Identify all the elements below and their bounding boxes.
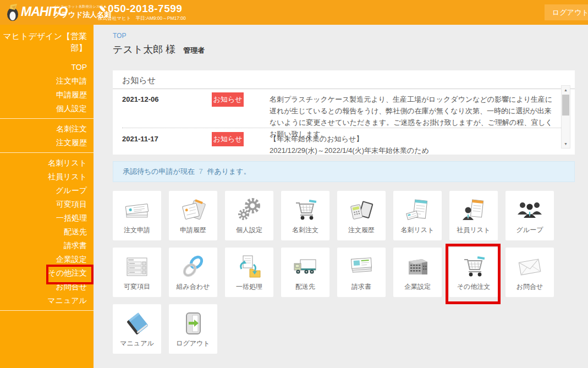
logout-button[interactable]: ログアウト: [545, 4, 588, 20]
divider: [113, 89, 575, 89]
sidebar-item-order-request[interactable]: 注文申請: [0, 75, 87, 86]
sidebar-item-request-history[interactable]: 申請履歴: [0, 89, 87, 100]
calculator-book-icon: [347, 196, 376, 224]
sidebar-divider: [0, 118, 94, 119]
user-name: テスト太郎 様: [113, 44, 175, 55]
manual-book-icon: [123, 309, 151, 338]
invoice-stack-icon: [347, 252, 376, 281]
tile-label: 申請履歴: [180, 226, 206, 235]
scroll-up-icon[interactable]: ▲: [562, 86, 570, 94]
sidebar-item-shipping-address[interactable]: 配送先: [0, 226, 87, 237]
sidebar-divider: [0, 152, 94, 153]
sidebar-item-invoice[interactable]: 請求書: [0, 240, 87, 251]
sidebar-nav: マヒトデザイン【営業部】 TOP 注文申請 申請履歴 個人設定 名刺注文 注文履…: [0, 25, 94, 368]
sidebar-item-order-history[interactable]: 注文履歴: [0, 137, 87, 148]
tile-label: 個人設定: [236, 226, 262, 235]
scrollbar-thumb[interactable]: [562, 95, 569, 116]
tile-label: 企業設定: [404, 282, 431, 292]
notice-badge: お知らせ: [212, 132, 244, 146]
notice-text-line: 2021/12/29(水)～2022/1/4(火)年末年始休業のため: [270, 145, 558, 156]
notice-date: 2021-11-17: [122, 135, 158, 143]
tile-label: 配送先: [295, 282, 315, 292]
tile-company-settings[interactable]: 企業設定: [393, 248, 442, 297]
tile-label: 社員リスト: [457, 226, 491, 235]
tile-label: 一括処理: [236, 282, 262, 292]
tile-highlight-annotation: [446, 244, 501, 304]
sidebar-account-title: マヒトデザイン【営業部】: [0, 30, 87, 53]
envelope-icon: [515, 252, 544, 281]
tile-label: 名刺注文: [292, 226, 318, 235]
sidebar-item-batch-process[interactable]: 一括処理: [0, 212, 87, 223]
tile-variable-fields[interactable]: 可変項目: [113, 248, 161, 297]
tile-label: 組み合わせ: [177, 282, 210, 292]
header-bar: MAHITO インターネット名刺発注システム クラウド法人名刺 050-2018…: [0, 0, 588, 25]
tile-label: グループ: [516, 226, 543, 235]
pending-approvals-prefix: 承認待ちの申請が現在: [123, 167, 195, 175]
tile-label: マニュアル: [120, 339, 153, 348]
batch-sync-icon: [235, 252, 263, 281]
phone-hours: 株式会社マヒト 平日:AM9:00～PM17:00: [98, 15, 186, 22]
namecard-list-icon: [403, 196, 432, 224]
notice-panel-title: お知らせ: [122, 75, 156, 86]
phone-icon: [98, 5, 106, 13]
tile-group[interactable]: グループ: [505, 191, 554, 240]
tile-label: 請求書: [351, 282, 371, 292]
notice-scrollbar[interactable]: ▲ ▼: [561, 85, 570, 149]
tile-manual[interactable]: マニュアル: [113, 304, 161, 354]
sidebar-highlight-annotation: [46, 265, 94, 284]
tile-label: 名刺リスト: [401, 226, 435, 235]
phone-number: 050-2018-7599: [98, 3, 186, 15]
form-fields-icon: [123, 252, 151, 281]
sidebar-item-variable-fields[interactable]: 可変項目: [0, 199, 87, 210]
notice-date: 2021-12-06: [122, 95, 159, 103]
tile-combination[interactable]: 組み合わせ: [169, 248, 217, 297]
sidebar-item-manual[interactable]: マニュアル: [0, 295, 87, 306]
pending-approvals-count: 7: [199, 167, 203, 175]
tile-label: ログアウト: [176, 339, 210, 348]
employee-list-icon: [459, 196, 488, 224]
tile-contact[interactable]: お問合せ: [505, 248, 554, 297]
chain-links-icon: [179, 252, 207, 281]
notice-text: 【年末年始休業のお知らせ】 2021/12/29(水)～2022/1/4(火)年…: [270, 133, 558, 156]
tile-order-history[interactable]: 注文履歴: [337, 191, 386, 240]
sidebar-item-card-order[interactable]: 名刺注文: [0, 123, 87, 134]
pending-approvals-banner: 承認待ちの申請が現在 7 件あります。: [113, 161, 575, 182]
card-history-icon: [179, 196, 207, 224]
sidebar-item-personal-settings[interactable]: 個人設定: [0, 103, 87, 114]
notice-panel: お知らせ 2021-12-06 お知らせ 名刺プラスチックケース製造元より、生産…: [113, 70, 575, 155]
user-line: テスト太郎 様管理者: [113, 43, 205, 56]
mahito-logo-icon: [5, 3, 21, 21]
sidebar-item-top[interactable]: TOP: [0, 62, 87, 73]
sidebar-item-company-settings[interactable]: 企業設定: [0, 254, 87, 265]
breadcrumb[interactable]: TOP: [113, 32, 126, 40]
sidebar-item-group[interactable]: グループ: [0, 185, 87, 196]
pending-approvals-suffix: 件あります。: [207, 167, 250, 175]
tile-batch-process[interactable]: 一括処理: [225, 248, 273, 297]
scroll-down-icon[interactable]: ▼: [562, 140, 570, 148]
app-window: MAHITO インターネット名刺発注システム クラウド法人名刺 050-2018…: [0, 0, 588, 368]
tile-order-request[interactable]: 注文申請: [113, 191, 161, 240]
tile-label: お問合せ: [516, 282, 543, 292]
header-phone: 050-2018-7599 株式会社マヒト 平日:AM9:00～PM17:00: [98, 3, 186, 22]
tile-personal-settings[interactable]: 個人設定: [225, 191, 273, 240]
tile-invoice[interactable]: 請求書: [337, 248, 386, 297]
tile-shipping-address[interactable]: 配送先: [281, 248, 329, 297]
group-icon: [515, 196, 544, 224]
building-icon: [403, 252, 432, 281]
tile-employee-list[interactable]: 社員リスト: [449, 191, 498, 240]
sidebar-item-employee-list[interactable]: 社員リスト: [0, 171, 87, 182]
tile-card-order[interactable]: 名刺注文: [281, 191, 329, 240]
notice-text-line: 【年末年始休業のお知らせ】: [270, 133, 558, 145]
cart-icon: [291, 196, 320, 224]
sidebar-divider: [0, 310, 94, 311]
gears-icon: [235, 196, 263, 224]
tile-label: 注文申請: [124, 226, 150, 235]
cards-stack-icon: [123, 196, 151, 224]
tile-request-history[interactable]: 申請履歴: [169, 191, 217, 240]
tile-logout[interactable]: ログアウト: [169, 304, 217, 354]
sidebar-item-card-list[interactable]: 名刺リスト: [0, 157, 87, 168]
tile-card-list[interactable]: 名刺リスト: [393, 191, 442, 240]
tile-label: 可変項目: [124, 282, 150, 292]
truck-icon: [291, 252, 320, 281]
user-role-badge: 管理者: [183, 46, 205, 54]
